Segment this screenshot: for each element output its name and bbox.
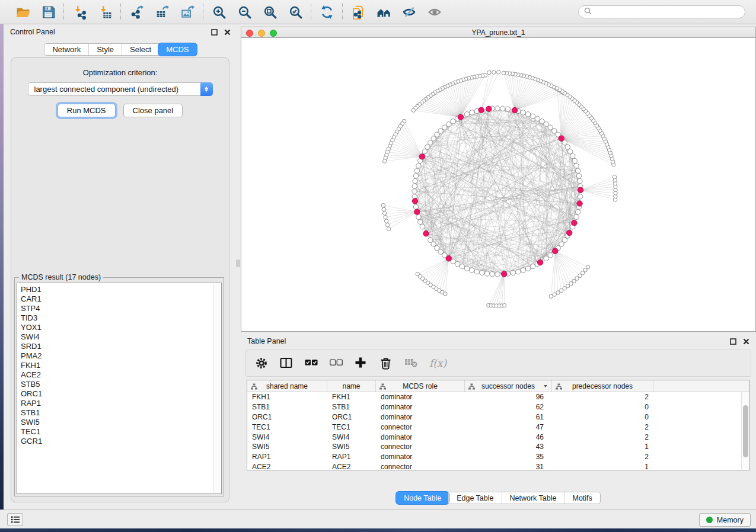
ring-node[interactable] bbox=[416, 164, 421, 168]
ring-node[interactable] bbox=[525, 266, 530, 271]
ring-node[interactable] bbox=[535, 116, 540, 121]
mcds-node[interactable] bbox=[414, 209, 420, 214]
tab-select[interactable]: Select bbox=[122, 44, 159, 55]
ring-node[interactable] bbox=[574, 214, 579, 219]
leaf-node[interactable] bbox=[382, 211, 386, 215]
ring-node[interactable] bbox=[540, 119, 544, 124]
leaf-node[interactable] bbox=[444, 292, 447, 296]
ring-node[interactable] bbox=[521, 268, 525, 273]
column-header-name[interactable]: name bbox=[327, 380, 376, 392]
mcds-node[interactable] bbox=[512, 107, 517, 113]
table-tab-motifs[interactable]: Motifs bbox=[564, 492, 599, 504]
mcds-result-item[interactable]: SWI5 bbox=[21, 418, 221, 427]
mcds-node[interactable] bbox=[502, 271, 507, 277]
ring-node[interactable] bbox=[420, 224, 425, 229]
split-columns-icon[interactable] bbox=[280, 356, 293, 370]
ring-node[interactable] bbox=[572, 158, 577, 163]
mcds-result-item[interactable]: SRD1 bbox=[21, 342, 221, 351]
ring-node[interactable] bbox=[460, 264, 464, 269]
leaf-node[interactable] bbox=[384, 215, 387, 219]
list-scrollbar[interactable] bbox=[213, 284, 221, 493]
close-table-panel-icon[interactable] bbox=[743, 338, 749, 345]
leaf-node[interactable] bbox=[503, 303, 506, 307]
ring-node[interactable] bbox=[470, 268, 474, 273]
zoom-selected-icon[interactable] bbox=[288, 4, 303, 20]
mcds-result-item[interactable]: YOX1 bbox=[21, 323, 221, 332]
mcds-result-item[interactable]: FKH1 bbox=[21, 361, 221, 370]
ring-node[interactable] bbox=[578, 178, 582, 183]
table-tab-node-table[interactable]: Node Table bbox=[396, 492, 449, 504]
ring-node[interactable] bbox=[451, 119, 455, 124]
hide-details-icon[interactable] bbox=[401, 4, 417, 20]
ring-node[interactable] bbox=[484, 271, 489, 276]
ring-node[interactable] bbox=[414, 168, 419, 173]
ring-node[interactable] bbox=[562, 238, 567, 242]
ring-node[interactable] bbox=[568, 149, 573, 153]
ring-node[interactable] bbox=[505, 107, 510, 111]
show-details-icon[interactable] bbox=[427, 4, 442, 20]
mcds-node[interactable] bbox=[572, 220, 577, 226]
ring-node[interactable] bbox=[495, 272, 500, 277]
leaf-node[interactable] bbox=[387, 227, 390, 230]
ring-node[interactable] bbox=[418, 219, 423, 224]
mcds-node[interactable] bbox=[458, 114, 463, 120]
leaf-node[interactable] bbox=[384, 219, 388, 223]
mcds-result-item[interactable]: TID3 bbox=[21, 313, 221, 323]
leaf-node[interactable] bbox=[381, 203, 385, 207]
mcds-result-item[interactable]: ACE2 bbox=[21, 370, 221, 380]
float-table-panel-icon[interactable] bbox=[730, 338, 736, 345]
maximize-window-icon[interactable] bbox=[270, 30, 277, 37]
ring-node[interactable] bbox=[416, 214, 421, 219]
network-window-titlebar[interactable]: YPA_prune.txt_1 bbox=[241, 27, 756, 38]
table-scrollbar-thumb[interactable] bbox=[743, 405, 748, 457]
import-network-icon[interactable] bbox=[72, 4, 87, 20]
minimize-window-icon[interactable] bbox=[258, 30, 265, 37]
ring-node[interactable] bbox=[495, 106, 500, 111]
mcds-node[interactable] bbox=[423, 231, 429, 236]
tab-mcds[interactable]: MCDS bbox=[158, 43, 196, 56]
ring-node[interactable] bbox=[412, 184, 417, 188]
delete-column-icon[interactable] bbox=[379, 356, 393, 370]
mcds-result-item[interactable]: STB1 bbox=[21, 408, 221, 418]
ring-node[interactable] bbox=[480, 270, 484, 275]
ring-node[interactable] bbox=[464, 266, 469, 271]
mcds-node[interactable] bbox=[567, 230, 572, 235]
column-header-MCDS-role[interactable]: MCDS role bbox=[376, 380, 465, 392]
table-tab-edge-table[interactable]: Edge Table bbox=[448, 492, 501, 504]
leaf-node[interactable] bbox=[492, 70, 496, 74]
memory-button[interactable]: Memory bbox=[699, 513, 751, 527]
close-panel-icon[interactable] bbox=[224, 29, 231, 36]
save-session-icon[interactable] bbox=[40, 4, 56, 20]
mcds-node[interactable] bbox=[446, 256, 451, 261]
vertical-splitter-handle[interactable] bbox=[236, 259, 240, 267]
ring-node[interactable] bbox=[511, 270, 515, 275]
ring-node[interactable] bbox=[413, 174, 418, 178]
open-file-icon[interactable] bbox=[15, 4, 30, 20]
mcds-node[interactable] bbox=[537, 259, 543, 265]
ring-node[interactable] bbox=[474, 269, 479, 274]
mcds-node[interactable] bbox=[578, 187, 583, 193]
mcds-node[interactable] bbox=[486, 106, 492, 111]
table-row[interactable]: TEC1TEC1connector472 bbox=[247, 422, 741, 432]
mcds-result-item[interactable]: TEC1 bbox=[21, 427, 221, 437]
table-row[interactable]: ORC1ORC1dominator610 bbox=[247, 412, 741, 422]
tab-network[interactable]: Network bbox=[44, 44, 88, 55]
ring-node[interactable] bbox=[412, 189, 417, 194]
leaf-node[interactable] bbox=[553, 293, 556, 296]
leaf-node[interactable] bbox=[549, 294, 553, 298]
ring-node[interactable] bbox=[575, 168, 580, 173]
ring-node[interactable] bbox=[470, 110, 474, 115]
network-canvas[interactable] bbox=[241, 38, 756, 332]
ring-node[interactable] bbox=[548, 253, 553, 258]
mcds-node[interactable] bbox=[419, 154, 425, 159]
mcds-node[interactable] bbox=[553, 248, 558, 254]
float-panel-icon[interactable] bbox=[211, 29, 218, 36]
deselect-all-icon[interactable] bbox=[330, 356, 343, 370]
table-tab-network-table[interactable]: Network Table bbox=[502, 492, 564, 504]
mcds-node[interactable] bbox=[412, 198, 417, 204]
column-header-shared-name[interactable]: shared name bbox=[247, 380, 327, 392]
select-all-icon[interactable] bbox=[305, 356, 318, 370]
ring-node[interactable] bbox=[570, 153, 575, 158]
close-panel-button[interactable]: Close panel bbox=[123, 104, 183, 117]
ring-node[interactable] bbox=[544, 122, 548, 127]
